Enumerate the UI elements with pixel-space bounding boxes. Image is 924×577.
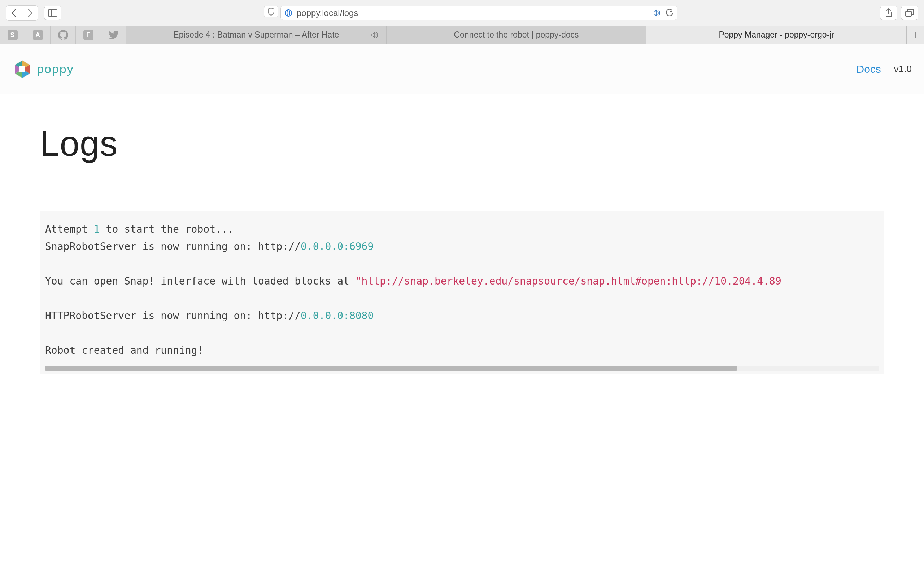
version-label: v1.0	[894, 63, 912, 75]
content: Logs Attempt 1 to start the robot... Sna…	[0, 95, 924, 403]
favorite-letter-icon: S	[8, 30, 18, 40]
svg-rect-0	[48, 10, 57, 16]
favorites-icons: S A F	[0, 26, 126, 44]
favorites-tabs-bar: S A F Episode 4 : Batman v Superman – Af…	[0, 26, 924, 44]
tab-label: Connect to the robot | poppy-docs	[454, 30, 578, 40]
favorite-twitter[interactable]	[101, 26, 126, 44]
globe-icon	[284, 9, 292, 17]
svg-marker-15	[19, 66, 25, 72]
shield-icon	[267, 7, 275, 16]
page-title: Logs	[40, 123, 884, 164]
url-bar-container: poppy.local/logs	[65, 6, 876, 20]
browser-toolbar: poppy.local/logs	[0, 0, 924, 26]
url-bar[interactable]: poppy.local/logs	[281, 6, 677, 20]
horizontal-scrollbar[interactable]	[45, 366, 879, 371]
url-bar-actions	[652, 9, 674, 17]
favorite-letter-icon: A	[33, 30, 43, 40]
page: poppy Docs v1.0 Logs Attempt 1 to start …	[0, 44, 924, 577]
log-output: Attempt 1 to start the robot... SnapRobo…	[45, 221, 796, 364]
reload-icon[interactable]	[666, 9, 674, 17]
sidebar-icon	[48, 10, 57, 16]
plus-icon	[912, 31, 919, 39]
share-button[interactable]	[880, 6, 897, 20]
back-button[interactable]	[6, 6, 22, 20]
tabs: Episode 4 : Batman v Superman – After Ha…	[126, 26, 907, 44]
github-icon	[58, 30, 68, 40]
favorite-s[interactable]: S	[0, 26, 25, 44]
logo-text: poppy	[37, 62, 74, 76]
forward-button[interactable]	[22, 6, 38, 20]
tabs-icon	[905, 9, 914, 17]
tab-docs[interactable]: Connect to the robot | poppy-docs	[386, 26, 647, 44]
svg-rect-5	[906, 11, 911, 16]
logo[interactable]: poppy	[12, 59, 74, 79]
favorite-a[interactable]: A	[25, 26, 50, 44]
toolbar-right	[880, 6, 918, 20]
tab-audio-icon[interactable]	[370, 31, 379, 39]
tab-manager[interactable]: Poppy Manager - poppy-ergo-jr	[646, 26, 907, 44]
audio-icon[interactable]	[652, 9, 661, 17]
docs-link[interactable]: Docs	[856, 63, 881, 76]
new-tab-button[interactable]	[907, 26, 924, 44]
favorite-letter-icon: F	[83, 30, 94, 40]
log-box: Attempt 1 to start the robot... SnapRobo…	[40, 211, 884, 374]
reader-button[interactable]	[264, 6, 278, 17]
share-icon	[885, 8, 893, 18]
tabs-button[interactable]	[901, 6, 918, 20]
show-sidebar-button[interactable]	[44, 6, 61, 20]
url-text: poppy.local/logs	[297, 8, 648, 18]
chevron-right-icon	[27, 8, 33, 18]
chevron-left-icon	[11, 8, 17, 18]
page-header: poppy Docs v1.0	[0, 44, 924, 95]
tab-label: Poppy Manager - poppy-ergo-jr	[719, 30, 834, 40]
scrollbar-thumb[interactable]	[45, 366, 737, 371]
header-right: Docs v1.0	[856, 63, 912, 76]
favorite-f[interactable]: F	[76, 26, 101, 44]
twitter-icon	[109, 31, 119, 39]
tab-label: Episode 4 : Batman v Superman – After Ha…	[173, 30, 339, 40]
tab-episode[interactable]: Episode 4 : Batman v Superman – After Ha…	[126, 26, 386, 44]
favorite-github[interactable]	[50, 26, 76, 44]
nav-button-group	[6, 5, 38, 21]
poppy-logo-icon	[12, 59, 32, 79]
